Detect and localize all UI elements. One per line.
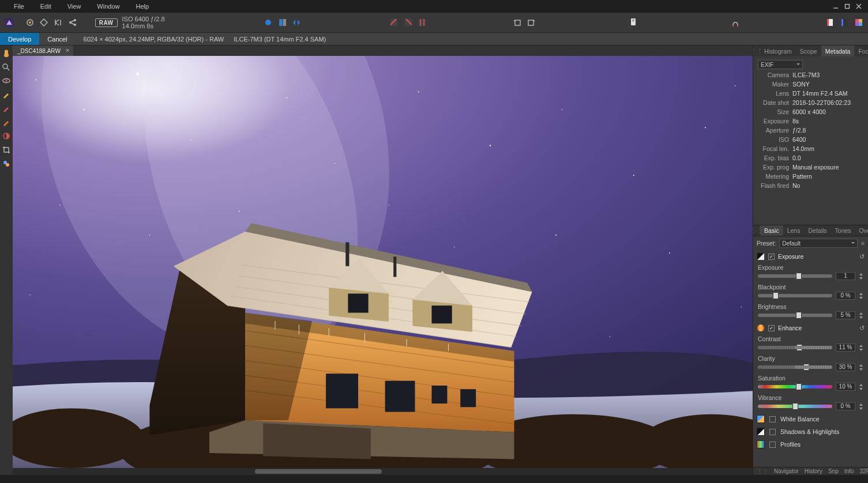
slider-track[interactable]	[758, 346, 832, 349]
redeye-tool-icon[interactable]	[1, 76, 12, 86]
slider-track[interactable]	[758, 294, 832, 297]
menu-view[interactable]: View	[59, 0, 89, 13]
pane-grip-icon[interactable]: ⋮⋮	[757, 468, 768, 474]
step-up-icon[interactable]	[859, 402, 863, 406]
tab-snapshots[interactable]: Snp	[828, 468, 839, 474]
enhance-checkbox[interactable]: ✓	[768, 325, 775, 331]
book-red-icon[interactable]	[824, 16, 836, 29]
slider-value[interactable]: 11 %	[836, 344, 855, 352]
horizontal-scrollbar[interactable]	[13, 468, 753, 475]
step-up-icon[interactable]	[859, 344, 863, 348]
book-blue-icon[interactable]	[839, 16, 851, 29]
window-minimize-button[interactable]	[830, 1, 841, 12]
step-down-icon[interactable]	[859, 348, 863, 352]
persona-liquify-icon[interactable]	[38, 16, 50, 29]
overlay-gradient-tool-icon[interactable]	[1, 131, 12, 141]
slider-stepper[interactable]	[859, 383, 863, 391]
pane-grip-icon[interactable]: ⋮⋮	[753, 48, 760, 55]
exposure-checkbox[interactable]: ✓	[768, 254, 775, 260]
swatches-icon[interactable]	[852, 16, 865, 29]
split-view-icon[interactable]	[276, 16, 288, 29]
overlay-erase-tool-icon[interactable]	[1, 117, 12, 127]
tab-lens[interactable]: Lens	[783, 225, 805, 236]
slider-track[interactable]	[758, 365, 832, 369]
slider-knob[interactable]	[796, 383, 802, 390]
zoom-tool-icon[interactable]	[1, 62, 12, 72]
mirror-view-icon[interactable]	[291, 16, 303, 29]
tab-history[interactable]: History	[805, 468, 822, 474]
slider-stepper[interactable]	[859, 402, 863, 410]
slider-track[interactable]	[758, 274, 832, 278]
slider-value[interactable]: 30 %	[836, 363, 855, 371]
tab-basic[interactable]: Basic	[760, 225, 783, 236]
slider-knob[interactable]	[773, 292, 779, 299]
clip-shadows-icon[interactable]	[388, 16, 400, 29]
white-balance-tool-icon[interactable]	[1, 159, 12, 169]
window-close-button[interactable]	[853, 1, 865, 12]
menu-edit[interactable]: Edit	[32, 0, 59, 13]
preset-menu-icon[interactable]: ≡	[861, 240, 865, 247]
slider-track[interactable]	[758, 405, 832, 408]
step-up-icon[interactable]	[859, 363, 863, 367]
tab-scope[interactable]: Scope	[796, 46, 821, 56]
section-exposure-header[interactable]: ✓ Exposure ↺	[753, 250, 868, 263]
tab-metadata[interactable]: Metadata	[821, 46, 855, 56]
section-enhance-header[interactable]: ✓ Enhance ↺	[753, 322, 868, 334]
cancel-button[interactable]: Cancel	[39, 33, 75, 45]
step-down-icon[interactable]	[859, 406, 863, 410]
slider-track[interactable]	[758, 314, 832, 317]
section-checkbox[interactable]	[769, 442, 776, 448]
collapsed-section[interactable]: White Balance	[753, 413, 868, 425]
crop-tool-icon[interactable]	[1, 145, 12, 155]
slider-stepper[interactable]	[859, 311, 863, 319]
section-checkbox[interactable]	[769, 429, 776, 435]
step-up-icon[interactable]	[859, 311, 863, 315]
overlay-paint-tool-icon[interactable]	[1, 103, 12, 114]
tab-info[interactable]: Info	[844, 468, 854, 474]
channel-rgb-icon[interactable]	[262, 16, 275, 29]
metadata-mode-select[interactable]: EXIF	[758, 60, 803, 69]
slider-value[interactable]: 0 %	[836, 402, 855, 410]
reset-icon[interactable]: ↺	[859, 324, 865, 331]
slider-stepper[interactable]	[859, 363, 863, 371]
close-icon[interactable]: ×	[64, 47, 71, 54]
snapping-icon[interactable]	[729, 16, 741, 29]
slider-value[interactable]: 5 %	[836, 311, 855, 319]
slider-value[interactable]: 10 %	[836, 383, 855, 391]
menu-file[interactable]: File	[3, 0, 32, 13]
section-checkbox[interactable]	[769, 416, 776, 422]
clip-tones-icon[interactable]	[416, 16, 429, 29]
rotate-right-icon[interactable]	[525, 16, 538, 29]
slider-knob[interactable]	[796, 273, 802, 280]
collapsed-section[interactable]: Shadows & Highlights	[753, 425, 868, 438]
slider-value[interactable]: 0 %	[836, 292, 855, 300]
scrollbar-thumb[interactable]	[255, 469, 382, 474]
step-up-icon[interactable]	[859, 383, 863, 387]
develop-button[interactable]: Develop	[0, 33, 39, 45]
assistant-icon[interactable]	[627, 16, 640, 29]
blemish-tool-icon[interactable]	[1, 89, 12, 100]
menu-window[interactable]: Window	[89, 0, 127, 13]
tab-focus[interactable]: Focus	[854, 46, 868, 56]
reset-icon[interactable]: ↺	[859, 253, 865, 260]
step-down-icon[interactable]	[859, 315, 863, 319]
collapsed-section[interactable]: Profiles	[753, 438, 868, 451]
step-down-icon[interactable]	[859, 387, 863, 391]
persona-develop-icon[interactable]	[52, 16, 65, 29]
slider-value[interactable]: 1	[836, 272, 855, 280]
clip-highlights-icon[interactable]	[402, 16, 414, 29]
slider-stepper[interactable]	[859, 344, 863, 352]
pane-grip-icon[interactable]: ⋮⋮	[753, 227, 760, 234]
tab-32p[interactable]: 32P	[859, 468, 868, 474]
step-up-icon[interactable]	[859, 292, 863, 296]
step-down-icon[interactable]	[859, 276, 863, 280]
slider-knob[interactable]	[796, 344, 802, 351]
persona-photo-icon[interactable]	[24, 16, 36, 29]
slider-stepper[interactable]	[859, 292, 863, 300]
preset-select[interactable]: Default	[779, 239, 858, 248]
slider-knob[interactable]	[792, 403, 798, 410]
slider-stepper[interactable]	[859, 272, 863, 280]
step-down-icon[interactable]	[859, 296, 863, 300]
tab-overlays[interactable]: Overlays	[855, 225, 868, 236]
share-icon[interactable]	[66, 16, 78, 29]
